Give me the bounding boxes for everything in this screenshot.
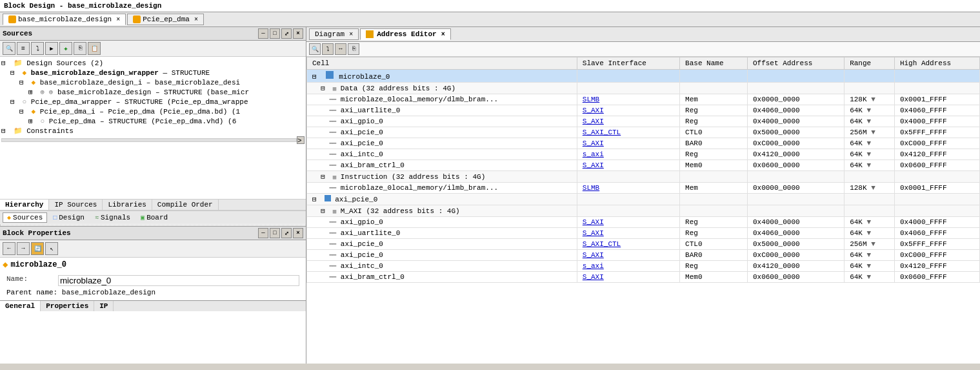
cell-s-axi-intc[interactable]: s_axi (577, 149, 679, 160)
cell-offset-pcie-bar2[interactable]: 0xC000_0000 (747, 250, 844, 261)
tree-pcie-i[interactable]: ⊟ ◆ Pcie_ep_dma_i – Pcie_ep_dma (Pcie_ep… (1, 107, 305, 116)
table-row[interactable]: ━━ axi_bram_ctrl_0 S_AXI Mem0 0x0600_000… (307, 272, 980, 283)
cell-offset-intc2[interactable]: 0x4120_0000 (747, 261, 844, 272)
cell-range-uart[interactable]: 64K ▼ (845, 105, 895, 116)
table-row[interactable]: ⊟ ▦ Instruction (32 address bits : 4G) (307, 171, 980, 183)
table-row[interactable]: ━━ microblaze_0local_memory/ilmb_bram...… (307, 183, 980, 194)
cell-slmb[interactable]: SLMB (577, 94, 679, 105)
cell-offset-bram2[interactable]: 0x0600_0000 (747, 272, 844, 283)
cell-slmb-instr[interactable]: SLMB (577, 183, 679, 194)
extra-btn[interactable]: 📋 (88, 42, 101, 55)
table-row[interactable]: ⊟ ▦ M_AXI (32 address bits : 4G) (307, 205, 980, 217)
s-axi-ctl2-link[interactable]: S_AXI_CTL (583, 240, 621, 248)
cell-range-pcie-bar2[interactable]: 64K ▼ (845, 250, 895, 261)
tab-pcie[interactable]: Pcie_ep_dma × (127, 14, 204, 25)
range-dropdown[interactable]: ▼ (871, 96, 875, 103)
bp-minimize[interactable]: ─ (258, 228, 268, 238)
table-row[interactable]: ━━ axi_pcie_0 S_AXI BAR0 0xC000_0000 64K… (307, 250, 980, 261)
cell-range-pcie-bar[interactable]: 64K ▼ (845, 138, 895, 149)
bp-tab-general[interactable]: General (0, 301, 41, 311)
bp-float[interactable]: □ (270, 228, 280, 238)
slmb-instr-link[interactable]: SLMB (583, 184, 599, 192)
cell-range-uart2[interactable]: 64K ▼ (845, 228, 895, 239)
table-row[interactable]: ⊟ axi_pcie_0 (307, 194, 980, 205)
maximize-btn[interactable]: ⤢ (281, 28, 292, 39)
range-dropdown-pcie-ctl[interactable]: ▼ (871, 128, 875, 136)
tab-hierarchy[interactable]: Hierarchy (0, 200, 49, 210)
filter-btn[interactable]: ≡ (17, 42, 30, 55)
tab-address-editor[interactable]: Address Editor × (360, 28, 450, 40)
bp-locate[interactable]: ↖ (45, 242, 58, 255)
s-axi-bram2-link[interactable]: S_AXI (583, 273, 604, 281)
bp-forward[interactable]: → (17, 242, 30, 255)
copy-btn[interactable]: ⎘ (74, 42, 86, 55)
cell-offset-gpio2[interactable]: 0x4000_0000 (747, 217, 844, 228)
s-axi-uart2-link[interactable]: S_AXI (583, 229, 604, 237)
cell-range-bram2[interactable]: 64K ▼ (845, 272, 895, 283)
tab-diagram[interactable]: Diagram × (309, 28, 359, 40)
s-axi-bar-link[interactable]: S_AXI (583, 139, 604, 147)
src-tab-design[interactable]: □ Design (48, 212, 89, 223)
bp-tab-properties[interactable]: Properties (41, 301, 94, 311)
s-axi-intc-link[interactable]: s_axi (583, 150, 604, 158)
range-dropdown-pcie-bar2[interactable]: ▼ (867, 251, 872, 259)
cell-s-axi-gpio2[interactable]: S_AXI (577, 217, 679, 228)
cell-offset-gpio[interactable]: 0x4000_0000 (747, 116, 844, 127)
tab-base-microblaze[interactable]: base_microblaze_design × (3, 14, 126, 25)
cell-instr-group[interactable]: ⊟ ▦ Instruction (32 address bits : 4G) (307, 171, 577, 183)
tab-compile-order[interactable]: Compile Order (152, 200, 219, 210)
table-row[interactable]: ⊟ ▦ Data (32 address bits : 4G) (307, 83, 980, 94)
cell-range-gpio2[interactable]: 64K ▼ (845, 217, 895, 228)
cell-s-axi-intc2[interactable]: s_axi (577, 261, 679, 272)
diagram-close[interactable]: × (349, 31, 353, 38)
tree-design-sources[interactable]: ⊟ 📁 Design Sources (2) (1, 58, 305, 68)
cell-s-axi-ctl[interactable]: S_AXI_CTL (577, 127, 679, 138)
cell-s-axi-bram[interactable]: S_AXI (577, 160, 679, 171)
close-btn[interactable]: × (293, 28, 303, 39)
cell-range-bram[interactable]: 64K ▼ (845, 160, 895, 171)
cell-range-instr[interactable]: 128K ▼ (845, 183, 895, 194)
bp-tab-ip[interactable]: IP (94, 301, 114, 311)
table-row[interactable]: ━━ axi_uartlite_0 S_AXI Reg 0x4060_0000 … (307, 105, 980, 116)
table-row[interactable]: ━━ axi_pcie_0 S_AXI_CTL CTL0 0x5000_0000… (307, 239, 980, 250)
s-axi-ctl-link[interactable]: S_AXI_CTL (583, 128, 621, 136)
tab-ip-sources[interactable]: IP Sources (49, 200, 103, 210)
cell-s-axi-gpio[interactable]: S_AXI (577, 116, 679, 127)
cell-range[interactable]: 128K ▼ (845, 94, 895, 105)
cell-range-intc2[interactable]: 64K ▼ (845, 261, 895, 272)
table-row[interactable]: ━━ axi_gpio_0 S_AXI Reg 0x4000_0000 64K … (307, 116, 980, 127)
addr-search[interactable]: 🔍 (309, 43, 321, 55)
cell-offset-uart[interactable]: 0x4060_0000 (747, 105, 844, 116)
cell-range-intc[interactable]: 64K ▼ (845, 149, 895, 160)
cell-offset-pcie-ctl2[interactable]: 0x5000_0000 (747, 239, 844, 250)
bp-close[interactable]: × (293, 228, 303, 238)
range-dropdown-bram2[interactable]: ▼ (867, 273, 872, 281)
s-axi-bar2-link[interactable]: S_AXI (583, 251, 604, 259)
address-editor-close[interactable]: × (441, 31, 445, 38)
cell-offset-instr[interactable]: 0x0000_0000 (747, 183, 844, 194)
tree-base-design-i[interactable]: ⊟ ◆ base_microblaze_design_i – base_micr… (1, 77, 305, 87)
cell-range-gpio[interactable]: 64K ▼ (845, 116, 895, 127)
cell-axi-pcie-row[interactable]: ⊟ axi_pcie_0 (307, 194, 577, 205)
collapse-btn[interactable]: ⤵ (31, 42, 44, 55)
cell-data-group[interactable]: ⊟ ▦ Data (32 address bits : 4G) (307, 83, 577, 94)
range-dropdown-pcie-ctl2[interactable]: ▼ (871, 240, 875, 248)
cell-maxi-group[interactable]: ⊟ ▦ M_AXI (32 address bits : 4G) (307, 205, 577, 217)
search-btn[interactable]: 🔍 (3, 42, 15, 55)
s-axi-intc2-link[interactable]: s_axi (583, 262, 604, 270)
scroll-right[interactable]: > (297, 136, 305, 144)
addr-expand[interactable]: ⤵ (322, 43, 334, 55)
s-axi-uart-link[interactable]: S_AXI (583, 107, 604, 114)
src-tab-board[interactable]: ▣ Board (136, 212, 172, 223)
range-dropdown-instr[interactable]: ▼ (871, 184, 875, 192)
tab-close-base[interactable]: × (116, 16, 120, 23)
bp-name-input[interactable] (58, 275, 299, 286)
bp-refresh[interactable]: 🔄 (31, 242, 44, 255)
bp-back[interactable]: ← (3, 242, 15, 255)
cell-offset-bram[interactable]: 0x0600_0000 (747, 160, 844, 171)
bp-maximize[interactable]: ⤢ (281, 228, 292, 238)
table-row[interactable]: ━━ axi_bram_ctrl_0 S_AXI Mem0 0x0600_000… (307, 160, 980, 171)
s-axi-gpio-link[interactable]: S_AXI (583, 118, 604, 125)
table-row[interactable]: ━━ axi_gpio_0 S_AXI Reg 0x4000_0000 64K … (307, 217, 980, 228)
cell-s-axi-bar2[interactable]: S_AXI (577, 250, 679, 261)
